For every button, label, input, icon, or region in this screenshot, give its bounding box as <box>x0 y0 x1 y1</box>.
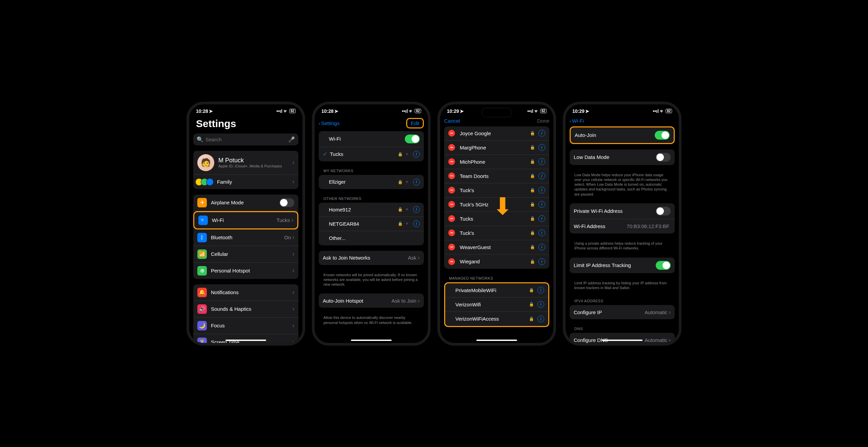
signal-icon: ••ıl <box>653 108 659 114</box>
delete-icon[interactable]: − <box>448 172 455 179</box>
info-icon[interactable]: i <box>413 220 420 227</box>
search-bar[interactable]: 🔍 🎤 <box>193 134 298 145</box>
home-indicator[interactable] <box>476 340 517 341</box>
delete-icon[interactable]: − <box>448 229 455 236</box>
info-icon[interactable]: i <box>538 201 545 208</box>
lock-icon: 🔒 <box>398 152 403 157</box>
configure-ip-row[interactable]: Configure IP Automatic › <box>570 305 675 319</box>
info-icon[interactable]: i <box>413 179 420 185</box>
hotspot-row[interactable]: ⊕ Personal Hotspot › <box>193 263 298 279</box>
lowdata-label: Low Data Mode <box>574 154 656 160</box>
delete-icon[interactable]: − <box>448 144 455 151</box>
network-edit-row[interactable]: −Tuck's🔒i <box>444 183 549 198</box>
info-icon[interactable]: i <box>538 172 545 179</box>
autojoin-hotspot-row[interactable]: Auto-Join Hotspot Ask to Join › <box>319 293 424 308</box>
airplane-toggle[interactable] <box>279 198 294 207</box>
home-indicator[interactable] <box>602 340 643 341</box>
battery: 82 <box>666 109 672 113</box>
delete-icon[interactable]: − <box>448 187 455 194</box>
info-icon[interactable]: i <box>538 229 545 236</box>
screentime-row[interactable]: ⏳ Screen Time › <box>193 334 298 343</box>
notch <box>351 104 392 115</box>
limit-ip-row: Limit IP Address Tracking <box>570 258 675 273</box>
delete-icon[interactable]: − <box>448 244 455 250</box>
focus-label: Focus <box>211 323 292 328</box>
apple-id-row[interactable]: 🧑 M Potuck Apple ID, iCloud+, Media & Pu… <box>193 151 298 175</box>
network-edit-row[interactable]: −Team Doorts🔒i <box>444 169 549 183</box>
wifi-toggle[interactable] <box>405 135 420 143</box>
home-indicator[interactable] <box>351 340 392 341</box>
info-icon[interactable]: i <box>538 215 545 222</box>
cellular-row[interactable]: 📶 Cellular › <box>193 246 298 263</box>
info-icon[interactable]: i <box>538 244 545 250</box>
phone-settings: 10:28➤ ••ılᯤ82 Settings 🔍 🎤 🧑 M Potuck A… <box>186 102 305 346</box>
done-button[interactable]: Done <box>537 118 549 124</box>
bluetooth-row[interactable]: ᛒ Bluetooth On › <box>193 229 298 246</box>
managed-header: Managed Networks <box>444 274 549 282</box>
network-row[interactable]: NETGEAR84 🔒 ᯤ i <box>319 217 424 231</box>
lock-icon: 🔒 <box>530 188 535 192</box>
private-addr-toggle[interactable] <box>656 207 671 216</box>
info-icon[interactable]: i <box>537 287 544 293</box>
info-icon[interactable]: i <box>538 187 545 194</box>
sounds-row[interactable]: 🔊 Sounds & Haptics › <box>193 301 298 318</box>
focus-row[interactable]: 🌙 Focus › <box>193 318 298 334</box>
info-icon[interactable]: i <box>413 151 420 158</box>
configure-dns-row[interactable]: Configure DNS Automatic › <box>570 333 675 343</box>
back-button[interactable]: ‹Wi-Fi <box>570 118 584 124</box>
notifications-row[interactable]: 🔔 Notifications › <box>193 284 298 301</box>
chevron-icon: › <box>291 217 293 224</box>
delete-icon[interactable]: − <box>448 201 455 208</box>
notifications-label: Notifications <box>211 289 292 295</box>
network-edit-row[interactable]: −Tuck's 5GHz🔒i <box>444 198 549 212</box>
network-row[interactable]: Home912 🔒 ᯤ i <box>319 203 424 217</box>
network-edit-row[interactable]: −MichPhone🔒i <box>444 155 549 169</box>
airplane-label: Airplane Mode <box>211 200 279 205</box>
managed-network-row[interactable]: VerizonWifi🔒i <box>445 298 548 312</box>
family-row[interactable]: Family › <box>193 175 298 189</box>
network-row[interactable]: Ellziger 🔒 ᯤ i <box>319 175 424 189</box>
network-edit-row[interactable]: −Wiegand🔒i <box>444 255 549 269</box>
lock-icon: 🔒 <box>530 174 535 178</box>
autojoin-toggle[interactable] <box>655 131 670 140</box>
info-icon[interactable]: i <box>537 316 544 322</box>
connected-network-row[interactable]: ✓ Tucks 🔒 ᯤ i <box>319 147 424 161</box>
network-edit-row[interactable]: −WeaverGuest🔒i <box>444 240 549 255</box>
mic-icon[interactable]: 🎤 <box>288 136 295 143</box>
signal-icon: ••ıl <box>527 108 533 114</box>
back-label: Wi-Fi <box>572 118 584 124</box>
info-icon[interactable]: i <box>538 144 545 151</box>
ask-to-join-row[interactable]: Ask to Join Networks Ask › <box>319 251 424 265</box>
info-icon[interactable]: i <box>538 158 545 165</box>
search-input[interactable] <box>205 137 286 142</box>
phone-network-detail: 10:29➤ ••ılᯤ82 ‹Wi-Fi PrivateMobileWiFi … <box>563 102 682 346</box>
delete-icon[interactable]: − <box>448 158 455 165</box>
back-button[interactable]: ‹Settings <box>319 120 339 126</box>
wifi-row[interactable]: ᯤ Wi-Fi Tucks › <box>193 211 298 229</box>
info-icon[interactable]: i <box>538 130 545 137</box>
home-indicator[interactable] <box>225 340 266 341</box>
limit-ip-toggle[interactable] <box>656 261 671 270</box>
info-icon[interactable]: i <box>537 301 544 308</box>
delete-icon[interactable]: − <box>448 130 455 137</box>
wifi-label: Wi-Fi <box>212 217 277 223</box>
managed-network-row[interactable]: VerizonWiFiAccess🔒i <box>445 312 548 326</box>
cancel-button[interactable]: Cancel <box>444 118 460 124</box>
delete-icon[interactable]: − <box>448 258 455 265</box>
wifi-addr-label: Wi-Fi Address <box>574 223 627 229</box>
edit-button[interactable]: Edit <box>406 118 424 128</box>
known-networks-group: −Joyce Google🔒i−MargPhone🔒i−MichPhone🔒i−… <box>444 126 549 269</box>
network-edit-row[interactable]: −Tuck's🔒i <box>444 226 549 240</box>
dns-header: DNS <box>570 325 675 333</box>
network-edit-row[interactable]: −Tucks🔒i <box>444 212 549 226</box>
lowdata-toggle[interactable] <box>656 153 671 162</box>
other-row[interactable]: Other... <box>319 231 424 245</box>
info-icon[interactable]: i <box>538 258 545 265</box>
managed-network-row[interactable]: PrivateMobileWiFi🔒i <box>445 283 548 298</box>
airplane-row[interactable]: ✈ Airplane Mode <box>193 195 298 211</box>
info-icon[interactable]: i <box>413 206 420 213</box>
wifi-signal-icon: ᯤ <box>406 207 410 212</box>
delete-icon[interactable]: − <box>448 215 455 222</box>
network-edit-row[interactable]: −Joyce Google🔒i <box>444 126 549 141</box>
network-edit-row[interactable]: −MargPhone🔒i <box>444 141 549 155</box>
